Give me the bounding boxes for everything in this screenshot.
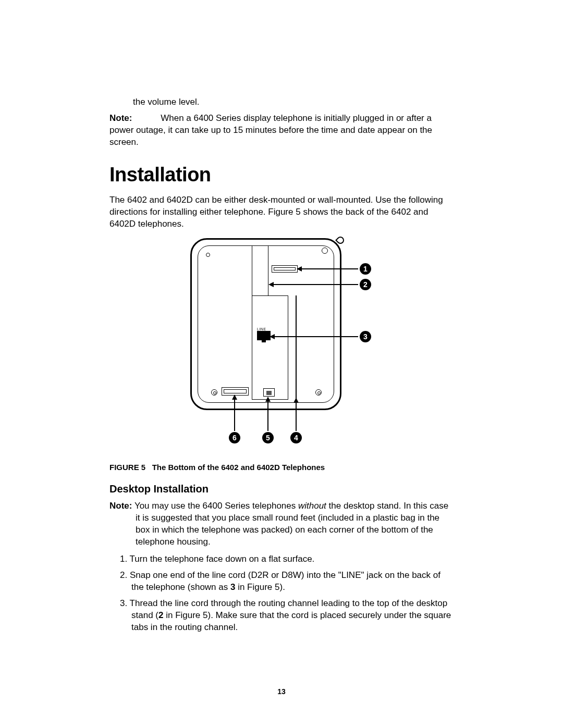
figure-title: The Bottom of the 6402 and 6402D Telepho… [152, 463, 325, 472]
screw-icon [206, 253, 210, 257]
note-label: Note: [109, 113, 132, 123]
step-num: 3. [120, 598, 127, 608]
callout-line [273, 284, 358, 285]
bottom-jack-icon [263, 388, 275, 397]
corner-nub [335, 235, 346, 245]
figure-number: FIGURE 5 [109, 463, 145, 472]
step-num: 2. [120, 570, 127, 580]
arrow-icon [268, 282, 274, 287]
step-post: in Figure 5). [235, 582, 285, 592]
step-num: 1. [120, 554, 127, 564]
figure-caption: FIGURE 5 The Bottom of the 6402 and 6402… [109, 462, 454, 473]
step-2: 2. Snap one end of the line cord (D2R or… [109, 570, 454, 594]
screw-icon [322, 248, 328, 254]
phone-diagram: LINE 1 2 3 4 5 6 [180, 238, 383, 457]
callout-2: 2 [360, 279, 371, 290]
callout-line [274, 336, 358, 337]
screw-icon [211, 389, 217, 396]
top-slot [272, 265, 298, 273]
callout-4: 4 [290, 432, 302, 443]
section-heading-installation: Installation [109, 162, 454, 188]
subsection-heading-desktop: Desktop Installation [109, 482, 454, 496]
arrow-icon [265, 397, 271, 402]
note-label: Note: [109, 501, 132, 511]
callout-line [296, 402, 297, 431]
line-jack-icon [257, 331, 271, 340]
arrow-icon [297, 266, 302, 272]
step-text: Turn the telephone face down on a flat s… [130, 554, 315, 564]
arrow-icon [293, 398, 299, 403]
step-post: in Figure 5). Make sure that the cord is… [131, 610, 451, 632]
callout-line [301, 268, 358, 269]
routing-channel [252, 245, 268, 295]
panel-edge [296, 295, 297, 400]
callout-1: 1 [360, 263, 371, 275]
note2-pre: You may use the 6400 Series telephones [134, 501, 298, 511]
step-3: 3. Thread the line cord through the rout… [109, 598, 454, 634]
page-number: 13 [0, 687, 563, 697]
callout-line [267, 401, 268, 431]
step-1: 1. Turn the telephone face down on a fla… [109, 553, 454, 565]
note2-italic: without [298, 501, 326, 511]
callout-6: 6 [229, 432, 240, 443]
arrow-icon [270, 334, 275, 339]
callout-5: 5 [262, 432, 274, 443]
note-text: When a 6400 Series display telephone is … [109, 113, 432, 147]
arrow-icon [232, 394, 237, 400]
screw-icon [315, 389, 322, 396]
step-pre: Snap one end of the line cord (D2R or D8… [130, 570, 440, 592]
figure-5: LINE 1 2 3 4 5 6 [109, 238, 454, 457]
carryover-text: the volume level. [133, 96, 454, 108]
callout-line [234, 399, 235, 431]
note-block-1: Note: When a 6400 Series display telepho… [109, 113, 454, 149]
intro-paragraph: The 6402 and 6402D can be either desk-mo… [109, 194, 454, 230]
note-block-2: Note: You may use the 6400 Series teleph… [109, 500, 454, 548]
center-panel [252, 295, 288, 400]
callout-3: 3 [360, 331, 371, 342]
